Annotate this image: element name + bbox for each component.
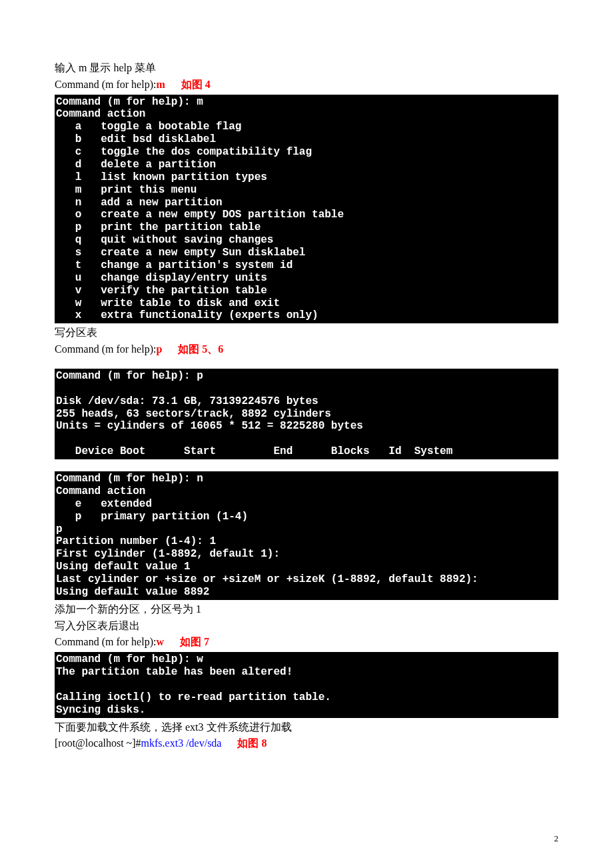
terminal-block-help-menu: Command (m for help): m Command action a…	[55, 95, 558, 324]
text-line-cmd-w: Command (m for help):w 如图 7	[55, 634, 558, 651]
text-line-cmd-m: Command (m for help):m 如图 4	[55, 77, 558, 93]
page-number: 2	[554, 833, 559, 844]
prompt-label: Command (m for help):	[55, 343, 156, 355]
small-gap	[55, 461, 558, 470]
terminal-block-w: Command (m for help): w The partition ta…	[55, 652, 558, 717]
document-page: 输入 m 显示 help 菜单 Command (m for help):m 如…	[0, 0, 613, 868]
cmd-mkfs: mkfs.ext3 /dev/sda	[141, 737, 222, 749]
cmd-m: m	[156, 79, 165, 90]
fig-ref-5-6: 如图 5、6	[178, 343, 223, 355]
text-line-mkfs: [root@localhost ~]#mkfs.ext3 /dev/sda 如图…	[55, 735, 558, 752]
terminal-block-p: Command (m for help): p Disk /dev/sda: 7…	[55, 369, 558, 459]
cmd-p: p	[156, 343, 162, 355]
prompt-label: Command (m for help):	[55, 79, 156, 90]
shell-prompt: [root@localhost ~]#	[55, 737, 141, 749]
terminal-block-n: Command (m for help): n Command action e…	[55, 471, 558, 600]
small-gap	[55, 358, 558, 367]
prompt-label: Command (m for help):	[55, 636, 156, 647]
text-add-partition: 添加一个新的分区，分区号为 1	[55, 601, 558, 618]
text-line-cmd-p: Command (m for help):p 如图 5、6	[55, 341, 558, 358]
text-write-exit: 写入分区表后退出	[55, 618, 558, 635]
text-line-intro-m: 输入 m 显示 help 菜单	[55, 60, 558, 77]
text-load-fs: 下面要加载文件系统，选择 ext3 文件系统进行加载	[55, 719, 558, 736]
fig-ref-7: 如图 7	[180, 636, 209, 647]
fig-ref-4: 如图 4	[181, 79, 211, 90]
text-write-table: 写分区表	[55, 325, 558, 341]
fig-ref-8: 如图 8	[237, 737, 267, 749]
cmd-w: w	[156, 636, 164, 647]
